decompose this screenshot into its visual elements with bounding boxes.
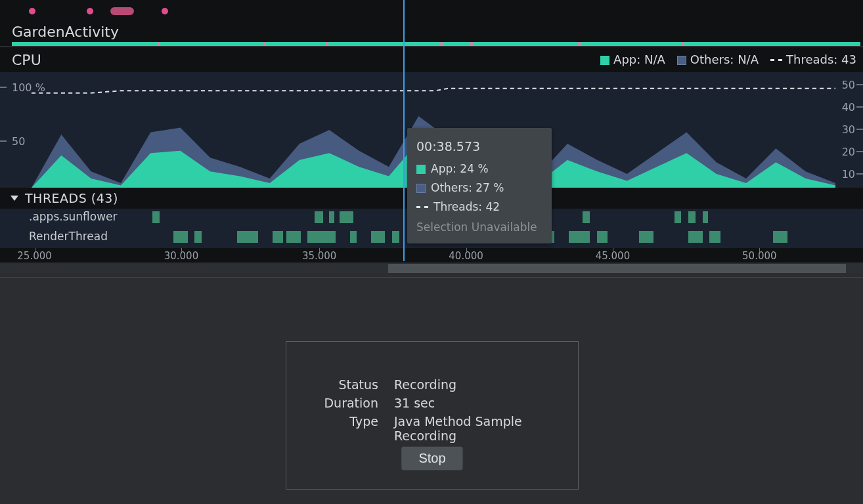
thread-segment (703, 211, 709, 223)
thread-segment (194, 231, 202, 243)
tooltip-swatch-others-icon (416, 184, 426, 193)
status-label: Status (286, 377, 378, 392)
legend-swatch-others-icon (677, 56, 686, 65)
y-right-20: 20 (842, 146, 855, 158)
thread-segment (273, 231, 283, 243)
thread-segment (392, 231, 399, 243)
thread-segment (350, 231, 357, 243)
thread-segment (688, 211, 696, 223)
recording-detail-grid: Status Recording Duration 31 sec Type Ja… (286, 377, 578, 443)
stop-button[interactable]: Stop (401, 446, 463, 471)
tooltip-selection: Selection Unavailable (416, 218, 542, 237)
lifecycle-bar[interactable] (12, 42, 860, 46)
axis-tick-icon (856, 84, 863, 85)
time-ruler[interactable]: 25.000 30.000 35.000 40.000 45.000 50.00… (0, 248, 863, 262)
y-right-50: 50 (842, 79, 855, 91)
divider (0, 277, 863, 278)
chevron-down-icon[interactable] (11, 196, 18, 201)
thread-segment (315, 211, 323, 223)
y-left-50: 50 (12, 135, 25, 148)
lifecycle-gap-icon (158, 42, 160, 46)
tooltip-others-label: Others: 27 % (431, 178, 504, 198)
axis-tick-icon (856, 129, 863, 130)
thread-segment (597, 231, 608, 243)
type-label: Type (286, 414, 378, 443)
thread-label: .apps.sunflower (29, 210, 118, 223)
threads-title: THREADS (43) (25, 191, 118, 205)
ruler-tick-icon (319, 248, 320, 252)
thread-segment (152, 211, 160, 223)
thread-segment (237, 231, 258, 243)
event-span-icon (110, 7, 134, 15)
cpu-tooltip: 00:38.573 App: 24 % Others: 27 % Threads… (407, 128, 552, 243)
legend-swatch-threads-icon (770, 59, 782, 61)
tooltip-swatch-threads-icon (416, 206, 428, 208)
thread-segment (340, 211, 353, 223)
tooltip-threads-label: Threads: 42 (433, 198, 500, 217)
cpu-legend: App: N/A Others: N/A Threads: 43 (600, 52, 856, 66)
ruler-tick-icon (181, 248, 182, 252)
recording-detail-panel: Status Recording Duration 31 sec Type Ja… (286, 341, 579, 490)
event-marker-icon (162, 8, 168, 14)
playhead-cursor[interactable] (403, 0, 405, 261)
status-value: Recording (394, 377, 578, 392)
duration-label: Duration (286, 396, 378, 410)
y-right-30: 30 (842, 123, 855, 136)
ruler-tick-icon (466, 248, 467, 252)
tooltip-app-row: App: 24 % (416, 159, 542, 178)
activity-title: GardenActivity (12, 24, 119, 40)
lifecycle-gap-icon (440, 42, 443, 46)
lifecycle-gap-icon (682, 42, 684, 46)
thread-segment (307, 231, 336, 243)
axis-tick-icon (0, 87, 7, 88)
tooltip-app-label: App: 24 % (431, 159, 489, 178)
legend-swatch-app-icon (600, 56, 609, 65)
cpu-header: CPU App: N/A Others: N/A Threads: 43 (0, 47, 863, 72)
legend-others: Others: N/A (677, 52, 759, 66)
axis-tick-icon (0, 140, 7, 142)
lifecycle-gap-icon (326, 42, 328, 46)
ruler-tick-icon (35, 248, 35, 252)
scrollbar-thumb[interactable] (388, 264, 845, 273)
thread-segment (286, 231, 300, 243)
axis-tick-icon (856, 151, 863, 152)
axis-tick-icon (856, 106, 863, 108)
activity-header: GardenActivity (0, 18, 863, 46)
thread-segment (688, 231, 702, 243)
thread-segment (675, 211, 682, 223)
lifecycle-gap-icon (578, 42, 581, 46)
ruler-tick-icon (759, 248, 760, 252)
duration-value: 31 sec (394, 396, 578, 410)
legend-app-label: App: N/A (613, 52, 665, 66)
ruler-tick-icon (613, 248, 613, 252)
axis-tick-icon (856, 173, 863, 175)
thread-segment (639, 231, 653, 243)
legend-threads-label: Threads: 43 (786, 52, 856, 66)
thread-segment (329, 211, 335, 223)
thread-segment (709, 231, 720, 243)
tooltip-others-row: Others: 27 % (416, 178, 542, 198)
y-right-40: 40 (842, 101, 855, 114)
horizontal-scrollbar[interactable] (0, 264, 863, 273)
legend-threads: Threads: 43 (770, 52, 856, 66)
tooltip-timestamp: 00:38.573 (416, 136, 542, 157)
type-value: Java Method Sample Recording (394, 414, 578, 443)
thread-segment (773, 231, 787, 243)
thread-segment (569, 231, 590, 243)
thread-segment (173, 231, 187, 243)
thread-segment (583, 211, 590, 223)
event-marker-strip (0, 0, 863, 18)
event-marker-icon (29, 8, 35, 14)
y-right-10: 10 (842, 168, 855, 180)
tooltip-threads-row: Threads: 42 (416, 198, 542, 217)
legend-app: App: N/A (600, 52, 665, 66)
thread-segment (371, 231, 385, 243)
lifecycle-gap-icon (470, 42, 473, 46)
cpu-title: CPU (12, 52, 41, 68)
thread-label: RenderThread (29, 230, 108, 243)
event-marker-icon (87, 8, 93, 14)
tooltip-swatch-app-icon (416, 165, 426, 174)
lifecycle-gap-icon (263, 42, 265, 46)
legend-others-label: Others: N/A (690, 52, 759, 66)
